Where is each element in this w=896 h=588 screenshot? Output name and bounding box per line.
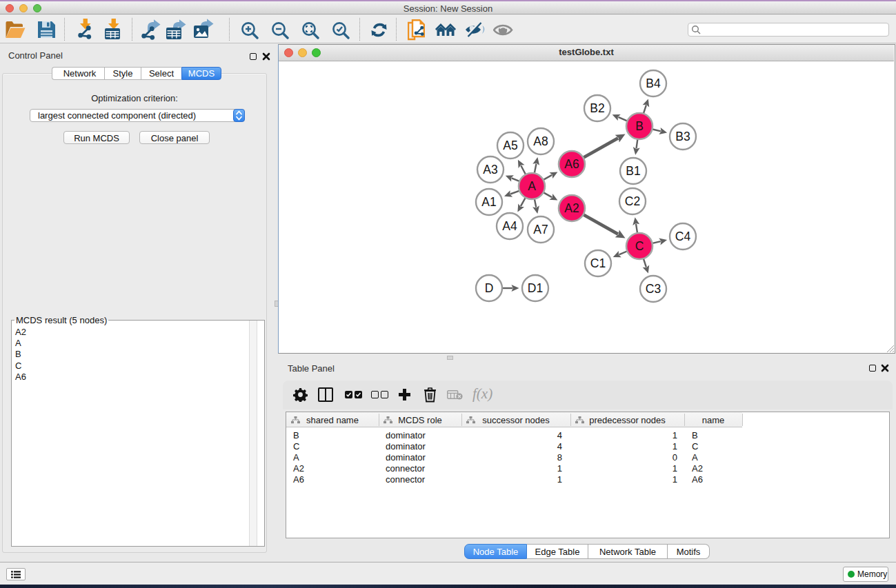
svg-text:A4: A4: [502, 219, 517, 233]
svg-text:D: D: [484, 281, 493, 295]
svg-text:C4: C4: [675, 230, 690, 243]
svg-text:B2: B2: [590, 101, 604, 115]
svg-text:A1: A1: [481, 195, 496, 209]
svg-text:A2: A2: [564, 201, 579, 215]
svg-text:B: B: [635, 119, 644, 133]
svg-text:A5: A5: [503, 139, 517, 152]
svg-text:A8: A8: [533, 134, 548, 148]
svg-text:C3: C3: [645, 282, 660, 296]
svg-text:D1: D1: [527, 281, 542, 295]
svg-text:B4: B4: [646, 77, 661, 90]
svg-text:B3: B3: [675, 130, 690, 143]
svg-text:C1: C1: [590, 256, 605, 270]
svg-text:B1: B1: [626, 164, 640, 178]
svg-text:A6: A6: [564, 157, 579, 171]
svg-text:A7: A7: [533, 223, 548, 236]
svg-text:A3: A3: [483, 163, 497, 176]
svg-text:A: A: [528, 179, 536, 193]
svg-text:C: C: [635, 239, 644, 253]
svg-text:C2: C2: [624, 194, 639, 208]
